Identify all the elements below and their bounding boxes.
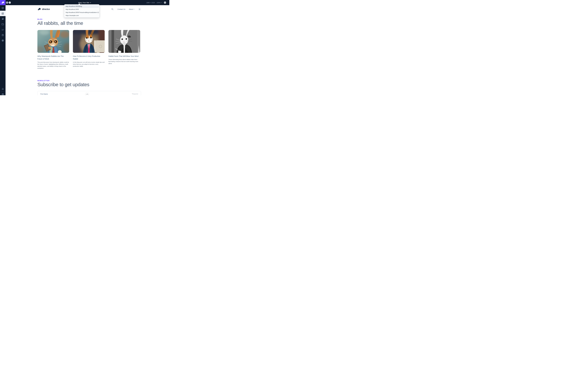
post-image-victorian-rabbit[interactable] <box>108 30 140 53</box>
sidebar-item-settings[interactable] <box>0 38 5 43</box>
sidebar-item-content[interactable] <box>0 5 5 11</box>
edit-mode-icon <box>9 2 10 3</box>
users-icon <box>1 18 4 20</box>
newsletter-title: Subscribe to get updates <box>37 82 141 87</box>
post-title[interactable]: Rabbit Facts That Will Blow Your Mind <box>108 55 140 58</box>
post-description: This post discusses how steampunk rabbit… <box>37 61 69 69</box>
chevron-down-icon <box>90 2 91 3</box>
blog-page-title: All rabbits, all the time <box>37 21 141 26</box>
site-nav: Contact Us About <box>111 8 141 11</box>
blog-post-card: Rabbit Facts That Will Blow Your Mind Th… <box>108 30 140 69</box>
url-option[interactable]: http://localhost:3000/?visual-editing=tr… <box>65 11 99 14</box>
newsletter-eyebrow: NEWSLETTER <box>37 80 141 82</box>
collapse-sidebar-icon <box>6 2 8 3</box>
site-logo-wordmark: directus <box>42 8 50 10</box>
account-button[interactable] <box>0 92 5 95</box>
url-dropdown-menu: http://localhost:3000/blog http://localh… <box>64 4 99 18</box>
theme-toggle-button[interactable] <box>138 8 141 11</box>
page-title: Blog | Your Site <box>78 2 89 3</box>
visual-editor-window: Blog | Your Site 1860 × 1020 100% <box>0 0 169 95</box>
avatar-icon <box>1 93 4 95</box>
devices-icon <box>164 2 166 3</box>
blog-post-card: How To Become A Very Productive Rabbit I… <box>73 30 105 69</box>
nuxt-mountain-icon <box>86 93 88 95</box>
sidebar-item-insights[interactable] <box>0 27 5 32</box>
newsletter-form: First Name *Required <box>37 91 141 95</box>
dropdown-caret <box>78 3 80 4</box>
collapse-sidebar-button[interactable] <box>6 1 8 4</box>
sidebar-item-help[interactable] <box>0 32 5 38</box>
zoom-level-menu[interactable]: 100% <box>157 2 162 3</box>
edit-square-icon <box>1 12 4 15</box>
first-name-label: First Name <box>40 93 48 95</box>
viewport-size-label: 1860 × 1020 <box>146 2 155 3</box>
sun-icon <box>139 8 140 10</box>
nuxt-badge-button[interactable] <box>85 92 89 95</box>
url-option-current[interactable]: http://localhost:3000/blog <box>65 5 99 8</box>
topbar-right-cluster: 1860 × 1020 100% <box>146 0 166 5</box>
settings-icon <box>1 39 4 42</box>
device-preview-button[interactable] <box>164 1 166 4</box>
edit-mode-button[interactable] <box>9 1 11 4</box>
directus-rabbit-icon <box>37 8 41 10</box>
blog-post-card: Why Steampunk Rabbits Are The Future of … <box>37 30 69 69</box>
post-description: In this blog post, we will look at some … <box>73 61 105 67</box>
nav-about-label: About <box>129 8 133 10</box>
help-icon <box>1 34 4 36</box>
post-image-business-rabbit[interactable] <box>73 30 105 53</box>
chevron-down-icon <box>161 2 162 3</box>
chevron-down-icon <box>133 9 134 10</box>
sidebar-item-files[interactable] <box>0 21 5 27</box>
nav-about[interactable]: About <box>129 8 134 10</box>
url-option[interactable]: http://localhost:3000 <box>65 8 99 11</box>
search-icon[interactable] <box>111 8 113 10</box>
notifications-button[interactable] <box>0 86 5 92</box>
post-title[interactable]: Why Steampunk Rabbits Are The Future of … <box>37 55 65 60</box>
admin-module-bar <box>0 5 5 95</box>
box-icon <box>1 7 4 9</box>
blog-post-list: Why Steampunk Rabbits Are The Future of … <box>37 30 141 69</box>
required-note: *Required <box>132 93 138 95</box>
directus-rabbit-icon <box>1 1 4 4</box>
insights-icon <box>1 28 4 31</box>
url-option[interactable]: https://example.com <box>65 14 99 17</box>
site-preview: directus Contact Us About <box>5 5 169 95</box>
post-description: These interesting facts about rabbits ma… <box>108 59 140 64</box>
nav-contact-us[interactable]: Contact Us <box>118 8 125 10</box>
sidebar-item-users[interactable] <box>0 16 5 21</box>
site-logo[interactable]: directus <box>37 8 50 10</box>
sidebar-item-visual-editor[interactable] <box>0 11 5 16</box>
zoom-level-value: 100% <box>157 2 161 3</box>
post-title[interactable]: How To Become A Very Productive Rabbit <box>73 55 101 60</box>
post-image-steampunk-rabbit[interactable] <box>37 30 69 53</box>
directus-logo-button[interactable] <box>0 0 5 5</box>
blog-eyebrow: BLOG <box>37 18 141 20</box>
folder-icon <box>1 23 4 25</box>
bell-icon <box>1 88 4 90</box>
